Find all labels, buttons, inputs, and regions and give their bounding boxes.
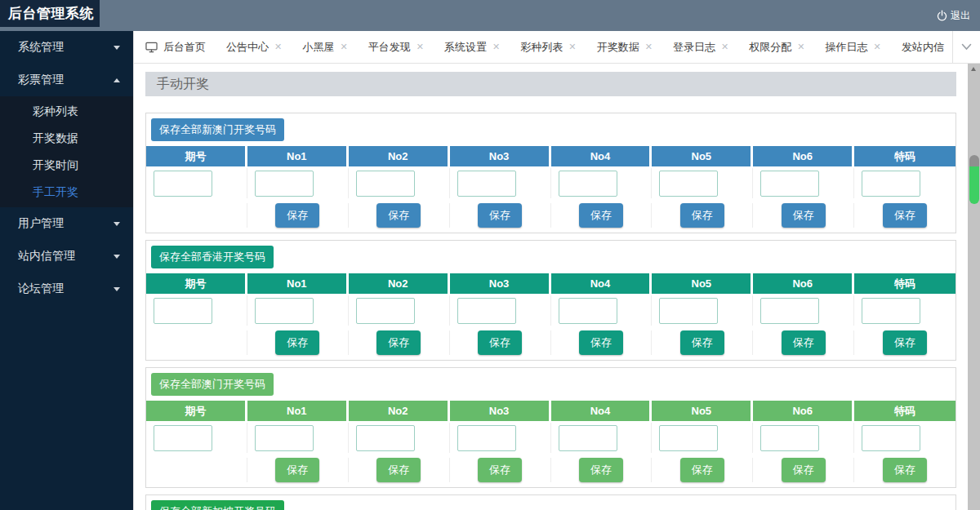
tab-item[interactable]: 系统设置✕ xyxy=(444,40,500,55)
save-button[interactable]: 保存 xyxy=(478,330,522,355)
save-button[interactable]: 保存 xyxy=(680,203,724,228)
sidebar-submenu: 彩种列表开奖数据开奖时间手工开奖 xyxy=(0,96,133,207)
tab-item[interactable]: 后台首页 xyxy=(145,40,206,55)
number-input[interactable] xyxy=(559,298,617,324)
close-icon[interactable]: ✕ xyxy=(645,42,653,51)
tabs-dropdown-button[interactable] xyxy=(952,31,980,63)
column-header: No6 xyxy=(753,401,854,421)
number-input[interactable] xyxy=(356,171,415,197)
input-cell xyxy=(247,168,349,198)
number-input[interactable] xyxy=(154,425,212,451)
save-button[interactable]: 保存 xyxy=(782,330,826,355)
tab-item[interactable]: 平台发现✕ xyxy=(368,40,424,55)
save-button[interactable]: 保存 xyxy=(883,330,927,355)
save-button[interactable]: 保存 xyxy=(275,203,319,228)
number-input[interactable] xyxy=(559,171,617,197)
scroll-up-icon[interactable] xyxy=(971,67,976,71)
number-input[interactable] xyxy=(356,425,415,451)
tab-item[interactable]: 操作日志✕ xyxy=(826,40,881,55)
input-cell xyxy=(146,295,247,326)
save-button[interactable]: 保存 xyxy=(275,330,319,355)
save-button[interactable]: 保存 xyxy=(680,458,724,482)
sidebar-item[interactable]: 论坛管理 xyxy=(0,273,133,305)
input-cell xyxy=(854,423,956,453)
logout-button[interactable]: 退出 xyxy=(936,0,970,31)
tab-bar: 后台首页公告中心✕小黑屋✕平台发现✕系统设置✕彩种列表✕开奖数据✕登录日志✕权限… xyxy=(134,31,980,64)
number-input[interactable] xyxy=(457,171,516,197)
column-header: 期号 xyxy=(146,146,247,166)
save-button[interactable]: 保存 xyxy=(579,458,623,482)
column-header: 期号 xyxy=(146,401,247,421)
sidebar-item[interactable]: 彩票管理 xyxy=(0,64,133,96)
number-input[interactable] xyxy=(559,425,617,451)
save-button[interactable]: 保存 xyxy=(579,330,623,355)
close-icon[interactable]: ✕ xyxy=(568,42,576,51)
save-button[interactable]: 保存 xyxy=(376,458,421,482)
number-input[interactable] xyxy=(659,298,718,324)
number-input[interactable] xyxy=(760,298,819,324)
save-cell: 保存 xyxy=(349,203,450,228)
lottery-section: 保存全部新加坡开奖号码期号No1No2No3No4No5No6特码保存保存保存保… xyxy=(145,494,956,510)
table-save-row: 保存保存保存保存保存保存保存 xyxy=(146,455,956,487)
tab-item[interactable]: 开奖数据✕ xyxy=(597,40,653,55)
tab-item[interactable]: 登录日志✕ xyxy=(673,40,728,55)
save-button[interactable]: 保存 xyxy=(883,203,927,228)
save-all-button[interactable]: 保存全部香港开奖号码 xyxy=(151,246,274,268)
lottery-section: 保存全部新澳门开奖号码期号No1No2No3No4No5No6特码保存保存保存保… xyxy=(145,113,956,233)
input-cell xyxy=(753,168,854,198)
number-input[interactable] xyxy=(659,425,718,451)
close-icon[interactable]: ✕ xyxy=(416,42,424,51)
save-all-button[interactable]: 保存全部新澳门开奖号码 xyxy=(151,118,284,141)
scrollbar-thumb[interactable] xyxy=(969,166,979,204)
save-button[interactable]: 保存 xyxy=(680,330,724,355)
save-all-button[interactable]: 保存全部澳门开奖号码 xyxy=(151,373,274,396)
sidebar-subitem[interactable]: 手工开奖 xyxy=(0,179,133,206)
tab-item[interactable]: 彩种列表✕ xyxy=(520,40,576,55)
save-button[interactable]: 保存 xyxy=(376,203,421,228)
number-input[interactable] xyxy=(760,425,819,451)
save-button[interactable]: 保存 xyxy=(376,330,421,355)
save-button[interactable]: 保存 xyxy=(782,203,826,228)
number-input[interactable] xyxy=(659,171,718,197)
tab-label: 平台发现 xyxy=(368,40,411,55)
save-button[interactable]: 保存 xyxy=(275,458,319,482)
tab-label: 发站内信 xyxy=(902,40,944,55)
number-input[interactable] xyxy=(457,425,516,451)
number-input[interactable] xyxy=(154,171,212,197)
close-icon[interactable]: ✕ xyxy=(274,42,282,51)
number-input[interactable] xyxy=(255,171,314,197)
tab-item[interactable]: 小黑屋✕ xyxy=(302,40,347,55)
save-all-button[interactable]: 保存全部新加坡开奖号码 xyxy=(151,500,284,510)
tab-item[interactable]: 公告中心✕ xyxy=(226,40,282,55)
tab-item[interactable]: 权限分配✕ xyxy=(749,40,804,55)
sidebar-subitem[interactable]: 开奖时间 xyxy=(0,152,133,179)
number-input[interactable] xyxy=(356,298,415,324)
save-button[interactable]: 保存 xyxy=(782,458,826,482)
sidebar-subitem[interactable]: 开奖数据 xyxy=(0,125,133,152)
close-icon[interactable]: ✕ xyxy=(492,42,500,51)
sidebar-item[interactable]: 站内信管理 xyxy=(0,240,133,273)
number-input[interactable] xyxy=(862,298,920,324)
save-button[interactable]: 保存 xyxy=(478,203,522,228)
sidebar-subitem[interactable]: 彩种列表 xyxy=(0,98,133,125)
sidebar-item[interactable]: 用户管理 xyxy=(0,207,133,240)
tab-item[interactable]: 发站内信 xyxy=(902,40,944,55)
sidebar-item[interactable]: 系统管理 xyxy=(0,31,133,64)
number-input[interactable] xyxy=(457,298,516,324)
tab-label: 权限分配 xyxy=(749,40,791,55)
close-icon[interactable]: ✕ xyxy=(721,42,728,51)
number-input[interactable] xyxy=(154,298,212,324)
save-button[interactable]: 保存 xyxy=(883,458,927,482)
number-input[interactable] xyxy=(862,171,920,197)
save-button[interactable]: 保存 xyxy=(579,203,623,228)
number-input[interactable] xyxy=(760,171,819,197)
save-cell: 保存 xyxy=(349,330,450,355)
close-icon[interactable]: ✕ xyxy=(797,42,804,51)
close-icon[interactable]: ✕ xyxy=(340,42,347,51)
vertical-scrollbar[interactable] xyxy=(968,64,980,510)
number-input[interactable] xyxy=(255,298,314,324)
close-icon[interactable]: ✕ xyxy=(874,42,881,51)
number-input[interactable] xyxy=(255,425,314,451)
number-input[interactable] xyxy=(862,425,920,451)
save-button[interactable]: 保存 xyxy=(478,458,522,482)
